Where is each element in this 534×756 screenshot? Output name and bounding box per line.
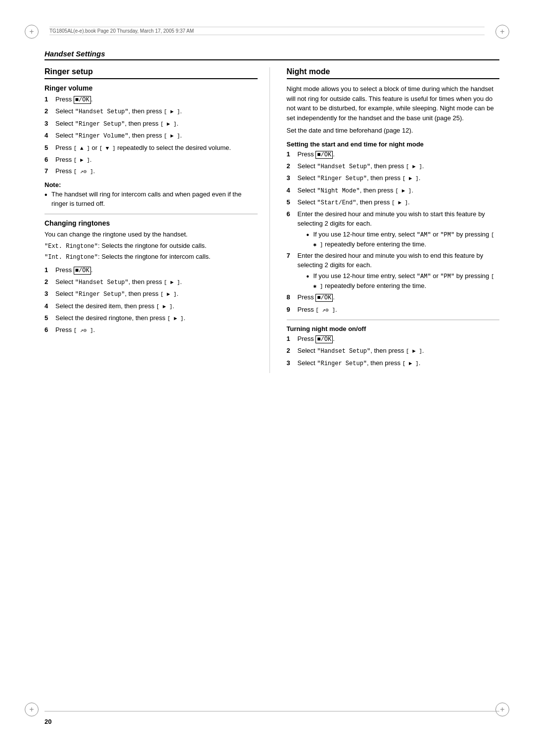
ok-button-symbol-5: ■/OK bbox=[315, 335, 333, 343]
turning-night-mode-steps: 1 Press ■/OK. 2 Select "Handset Setup", … bbox=[287, 334, 500, 368]
page-number: 20 bbox=[44, 718, 51, 725]
setting-start-end-section: Setting the start and end time for night… bbox=[287, 141, 500, 315]
step-cr-5: 5 Select the desired ringtone, then pres… bbox=[44, 314, 258, 323]
night-mode-intro: Night mode allows you to select a block … bbox=[287, 84, 500, 123]
content-area: Handset Settings Ringer setup Ringer vol… bbox=[44, 49, 499, 697]
reg-mark-tl bbox=[25, 25, 39, 39]
left-column: Ringer setup Ringer volume 1 Press ■/OK.… bbox=[44, 67, 270, 373]
step-rv-3: 3 Select "Ringer Setup", then press [ ► … bbox=[44, 119, 258, 129]
reg-mark-br bbox=[495, 703, 509, 716]
step-tn-1: 1 Press ■/OK. bbox=[287, 334, 500, 344]
divider-1 bbox=[44, 214, 258, 214]
step-se-7: 7 Enter the desired hour and minute you … bbox=[287, 251, 500, 290]
step-tn-3: 3 Select "Ringer Setup", then press [ ► … bbox=[287, 359, 500, 368]
left-section-title: Ringer setup bbox=[44, 67, 258, 79]
changing-ringtones-section: Changing ringtones You can change the ri… bbox=[44, 219, 258, 335]
step-cr-1: 1 Press ■/OK. bbox=[44, 266, 258, 275]
step-se-3: 3 Select "Ringer Setup", then press [ ► … bbox=[287, 174, 500, 183]
ringtones-intro-3: "Int. Ringtone": Selects the ringtone fo… bbox=[44, 252, 258, 262]
right-section-title: Night mode bbox=[287, 67, 500, 79]
ringtones-intro-2: "Ext. Ringtone": Selects the ringtone fo… bbox=[44, 241, 258, 251]
section-header: Handset Settings bbox=[44, 49, 499, 60]
ringer-volume-section: Ringer volume 1 Press ■/OK. 2 Select "Ha… bbox=[44, 84, 258, 209]
changing-ringtones-heading: Changing ringtones bbox=[44, 219, 258, 227]
step-rv-2: 2 Select "Handset Setup", then press [ ►… bbox=[44, 107, 258, 116]
divider-2 bbox=[287, 320, 500, 320]
step-cr-4: 4 Select the desired item, then press [ … bbox=[44, 302, 258, 311]
note-block: Note: • The handset will ring for interc… bbox=[44, 181, 258, 209]
reg-mark-tr bbox=[495, 25, 509, 39]
step-rv-6: 6 Press [ ► ]. bbox=[44, 155, 258, 165]
ringer-volume-heading: Ringer volume bbox=[44, 84, 258, 92]
setting-start-end-steps: 1 Press ■/OK. 2 Select "Handset Setup", … bbox=[287, 150, 500, 315]
right-column: Night mode Night mode allows you to sele… bbox=[285, 67, 500, 373]
note-bullet-1: • The handset will ring for intercom cal… bbox=[44, 190, 258, 209]
step-rv-1: 1 Press ■/OK. bbox=[44, 95, 258, 104]
turning-night-mode-section: Turning night mode on/off 1 Press ■/OK. … bbox=[287, 325, 500, 368]
step-cr-3: 3 Select "Ringer Setup", then press [ ► … bbox=[44, 289, 258, 299]
ok-button-symbol-2: ■/OK bbox=[74, 267, 91, 275]
step-se-1: 1 Press ■/OK. bbox=[287, 150, 500, 159]
ok-button-symbol: ■/OK bbox=[74, 96, 91, 104]
ok-button-symbol-3: ■/OK bbox=[315, 151, 333, 159]
step-se-2: 2 Select "Handset Setup", then press [ ►… bbox=[287, 162, 500, 171]
bottom-rule bbox=[44, 711, 499, 711]
page: TG1805AL(e-e).book Page 20 Thursday, Mar… bbox=[0, 0, 534, 756]
step-cr-6: 6 Press [ ↗⊙ ]. bbox=[44, 326, 258, 335]
step-cr-2: 2 Select "Handset Setup", then press [ ►… bbox=[44, 278, 258, 287]
step-se-8: 8 Press ■/OK. bbox=[287, 293, 500, 302]
ringer-volume-steps: 1 Press ■/OK. 2 Select "Handset Setup", … bbox=[44, 95, 258, 176]
night-mode-intro2: Set the date and time beforehand (page 1… bbox=[287, 126, 500, 136]
step-rv-7: 7 Press [ ↗⊙ ]. bbox=[44, 167, 258, 176]
changing-ringtones-steps: 1 Press ■/OK. 2 Select "Handset Setup", … bbox=[44, 266, 258, 335]
reg-mark-bl bbox=[25, 703, 39, 716]
turning-night-mode-heading: Turning night mode on/off bbox=[287, 325, 500, 332]
step-rv-5: 5 Press [ ▲ ] or [ ▼ ] repeatedly to sel… bbox=[44, 143, 258, 153]
step-rv-4: 4 Select "Ringer Volume", then press [ ►… bbox=[44, 131, 258, 141]
step-tn-2: 2 Select "Handset Setup", then press [ ►… bbox=[287, 346, 500, 356]
setting-start-end-heading: Setting the start and end time for night… bbox=[287, 141, 500, 148]
ringtones-intro-1: You can change the ringtone used by the … bbox=[44, 230, 258, 239]
step-se-6: 6 Enter the desired hour and minute you … bbox=[287, 210, 500, 249]
step-se-7-bullet: • If you use 12-hour time entry, select … bbox=[307, 272, 500, 290]
two-column-layout: Ringer setup Ringer volume 1 Press ■/OK.… bbox=[44, 67, 499, 373]
note-title: Note: bbox=[44, 181, 258, 189]
file-info: TG1805AL(e-e).book Page 20 Thursday, Mar… bbox=[49, 27, 485, 35]
step-se-6-bullet: • If you use 12-hour time entry, select … bbox=[307, 230, 500, 249]
step-se-4: 4 Select "Night Mode", then press [ ► ]. bbox=[287, 186, 500, 195]
step-se-5: 5 Select "Start/End", then press [ ► ]. bbox=[287, 198, 500, 207]
step-se-9: 9 Press [ ↗⊙ ]. bbox=[287, 305, 500, 315]
ok-button-symbol-4: ■/OK bbox=[315, 294, 333, 302]
